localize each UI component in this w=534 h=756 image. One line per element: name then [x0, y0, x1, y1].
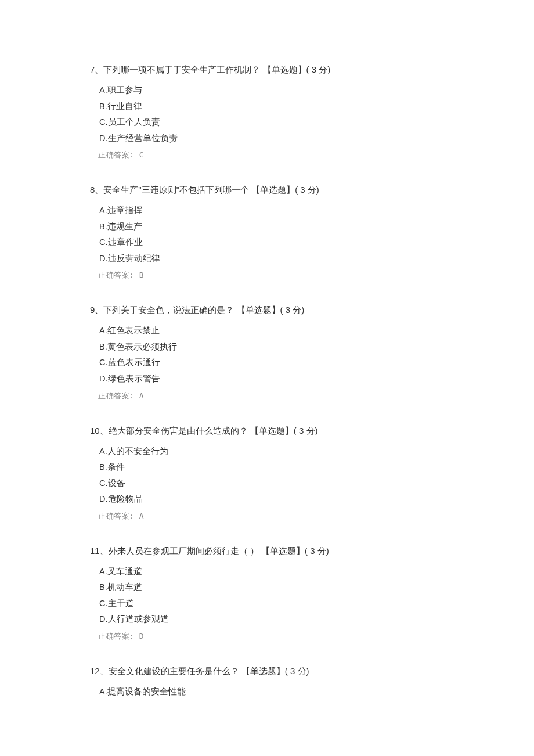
option-letter: A. [99, 326, 107, 335]
option-letter: D. [99, 254, 108, 263]
option-c: C.设备 [99, 476, 461, 492]
question-text: 安全文化建设的主要任务是什么？ [109, 666, 241, 676]
option-text: 生产经营单位负责 [108, 134, 178, 143]
option-d: D.违反劳动纪律 [99, 251, 461, 267]
option-letter: C. [99, 599, 108, 608]
option-text: 人行道或参观道 [108, 614, 169, 624]
option-text: 机动车道 [107, 582, 142, 592]
option-letter: D. [99, 134, 108, 143]
option-d: D.生产经营单位负责 [99, 131, 461, 147]
correct-answer: 正确答案: A [98, 391, 461, 401]
option-a: A.人的不安全行为 [99, 444, 461, 460]
correct-answer: 正确答案: D [98, 631, 461, 642]
option-text: 红色表示禁止 [107, 326, 160, 335]
question-title: 7、下列哪一项不属于于安全生产工作机制？ 【单选题】( 3 分) [90, 64, 461, 75]
option-text: 违章作业 [108, 237, 143, 247]
option-letter: A. [99, 85, 107, 95]
options-list: A.职工参与 B.行业自律 C.员工个人负责 D.生产经营单位负责 [99, 82, 461, 146]
option-c: C.主干道 [99, 596, 461, 612]
option-text: 危险物品 [108, 494, 143, 503]
question-number: 8、 [90, 185, 103, 195]
question-tag: 【单选题】( 3 分) [263, 64, 331, 74]
option-b: B.黄色表示必须执行 [99, 339, 461, 355]
question-text: 下列哪一项不属于于安全生产工作机制？ [103, 64, 262, 74]
option-text: 职工参与 [107, 85, 142, 95]
question-block-7: 7、下列哪一项不属于于安全生产工作机制？ 【单选题】( 3 分) A.职工参与 … [90, 64, 461, 160]
question-block-11: 11、外来人员在参观工厂期间必须行走（ ） 【单选题】( 3 分) A.叉车通道… [90, 546, 461, 642]
question-title: 11、外来人员在参观工厂期间必须行走（ ） 【单选题】( 3 分) [90, 546, 461, 557]
question-title: 12、安全文化建设的主要任务是什么？ 【单选题】( 3 分) [90, 666, 461, 677]
options-list: A.人的不安全行为 B.条件 C.设备 D.危险物品 [99, 444, 461, 507]
option-a: A.叉车通道 [99, 564, 461, 580]
option-text: 条件 [107, 462, 125, 471]
option-a: A.违章指挥 [99, 203, 461, 219]
question-number: 10、 [90, 426, 109, 435]
option-a: A.提高设备的安全性能 [99, 684, 461, 700]
question-title: 8、安全生产"三违原则"不包括下列哪一个 【单选题】( 3 分) [90, 185, 461, 196]
option-a: A.红色表示禁止 [99, 323, 461, 339]
option-letter: C. [99, 358, 108, 367]
options-list: A.提高设备的安全性能 [99, 684, 461, 700]
question-text: 安全生产"三违原则"不包括下列哪一个 [103, 185, 251, 195]
question-tag: 【单选题】( 3 分) [237, 305, 305, 315]
option-text: 黄色表示必须执行 [107, 342, 177, 351]
question-number: 7、 [90, 64, 103, 74]
option-text: 提高设备的安全性能 [107, 687, 186, 696]
option-c: C.违章作业 [99, 235, 461, 251]
option-letter: A. [99, 206, 107, 215]
option-d: D.危险物品 [99, 491, 461, 507]
option-d: D.绿色表示警告 [99, 371, 461, 387]
question-number: 12、 [90, 666, 109, 676]
option-text: 主干道 [108, 599, 134, 608]
top-divider [70, 35, 464, 35]
question-block-10: 10、绝大部分安全伤害是由什么造成的？ 【单选题】( 3 分) A.人的不安全行… [90, 426, 461, 521]
option-letter: A. [99, 687, 107, 696]
option-b: B.条件 [99, 459, 461, 476]
option-d: D.人行道或参观道 [99, 611, 461, 628]
option-letter: B. [99, 102, 107, 111]
option-letter: B. [99, 342, 107, 351]
option-a: A.职工参与 [99, 82, 461, 99]
question-tag: 【单选题】( 3 分) [241, 666, 309, 676]
option-b: B.违规生产 [99, 219, 461, 235]
question-block-9: 9、下列关于安全色，说法正确的是？ 【单选题】( 3 分) A.红色表示禁止 B… [90, 305, 461, 401]
question-number: 9、 [90, 305, 103, 315]
question-block-12: 12、安全文化建设的主要任务是什么？ 【单选题】( 3 分) A.提高设备的安全… [90, 666, 461, 700]
option-b: B.机动车道 [99, 579, 461, 596]
question-title: 9、下列关于安全色，说法正确的是？ 【单选题】( 3 分) [90, 305, 461, 316]
question-tag: 【单选题】( 3 分) [250, 426, 318, 435]
option-text: 绿色表示警告 [108, 374, 160, 383]
options-list: A.叉车通道 B.机动车道 C.主干道 D.人行道或参观道 [99, 564, 461, 628]
question-tag: 【单选题】( 3 分) [261, 546, 329, 556]
option-letter: B. [99, 462, 107, 471]
correct-answer: 正确答案: A [98, 511, 461, 521]
option-letter: C. [99, 117, 108, 127]
option-text: 员工个人负责 [108, 117, 160, 127]
exam-page: 7、下列哪一项不属于于安全生产工作机制？ 【单选题】( 3 分) A.职工参与 … [0, 0, 534, 756]
question-block-8: 8、安全生产"三违原则"不包括下列哪一个 【单选题】( 3 分) A.违章指挥 … [90, 185, 461, 280]
option-letter: C. [99, 478, 108, 488]
question-title: 10、绝大部分安全伤害是由什么造成的？ 【单选题】( 3 分) [90, 426, 461, 437]
option-text: 违章指挥 [107, 206, 142, 215]
option-text: 行业自律 [107, 102, 142, 111]
option-letter: D. [99, 374, 108, 383]
question-text: 下列关于安全色，说法正确的是？ [103, 305, 236, 315]
option-text: 设备 [108, 478, 125, 488]
question-text: 外来人员在参观工厂期间必须行走（ ） [109, 546, 261, 556]
option-letter: B. [99, 222, 107, 231]
option-letter: A. [99, 567, 107, 576]
option-text: 违反劳动纪律 [108, 254, 160, 263]
option-b: B.行业自律 [99, 99, 461, 115]
option-c: C.员工个人负责 [99, 114, 461, 131]
option-text: 违规生产 [107, 222, 142, 231]
option-letter: C. [99, 237, 108, 247]
option-text: 人的不安全行为 [107, 447, 168, 456]
question-number: 11、 [90, 546, 109, 556]
question-tag: 【单选题】( 3 分) [251, 185, 319, 195]
option-letter: D. [99, 494, 108, 503]
option-letter: D. [99, 614, 108, 624]
options-list: A.红色表示禁止 B.黄色表示必须执行 C.蓝色表示通行 D.绿色表示警告 [99, 323, 461, 387]
option-text: 叉车通道 [107, 567, 142, 576]
option-letter: B. [99, 582, 107, 592]
options-list: A.违章指挥 B.违规生产 C.违章作业 D.违反劳动纪律 [99, 203, 461, 267]
